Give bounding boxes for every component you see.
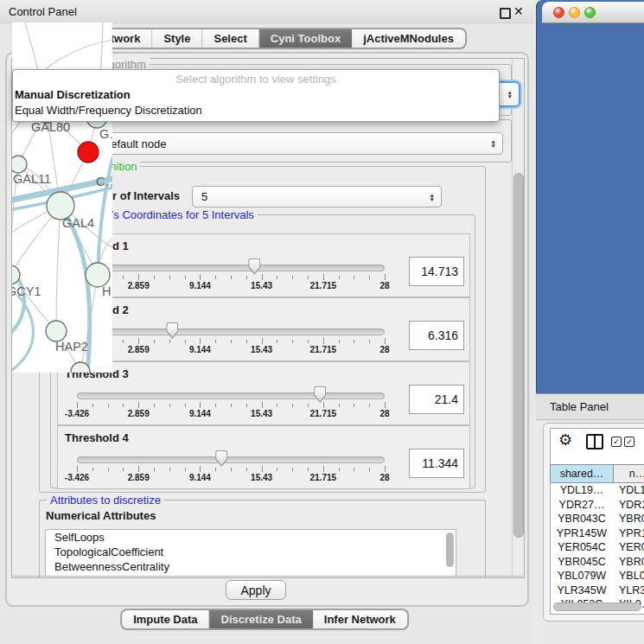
network-node[interactable] bbox=[12, 156, 27, 173]
tick-label: 15.43 bbox=[251, 473, 272, 482]
tab-label: jActiveMNodules bbox=[363, 32, 454, 45]
cell-shared-name: YLR345W bbox=[550, 583, 614, 598]
close-icon[interactable]: ✕ bbox=[513, 4, 524, 18]
table-rows: YDL19…YDL1…YDR27…YDR2…YBR043CYBR0…YPR145… bbox=[550, 483, 644, 612]
threshold-slider[interactable]: -3.4262.8599.14415.4321.71528 bbox=[77, 449, 385, 487]
tick-label: 9.144 bbox=[189, 281, 211, 290]
threshold-value-field[interactable]: 21.4 bbox=[409, 385, 464, 414]
network-node-label: GAL80 bbox=[31, 120, 70, 134]
panel-scrollbar-thumb[interactable] bbox=[513, 173, 524, 538]
table-row[interactable]: YBL079WYBL0… bbox=[550, 569, 644, 583]
tab-discretize-data[interactable]: Discretize Data bbox=[210, 610, 313, 628]
cell-shared-name: YDR27… bbox=[550, 498, 614, 513]
network-node-label: G… bbox=[99, 127, 112, 141]
network-window bbox=[536, 0, 644, 393]
tick-label: -3.426 bbox=[65, 409, 89, 418]
cell-shared-name: YBR043C bbox=[550, 512, 614, 526]
checkbox-icon[interactable]: ✓ bbox=[611, 437, 622, 447]
slider-ticks bbox=[77, 338, 385, 344]
tab-cyni-toolbox[interactable]: Cyni Toolbox bbox=[259, 29, 352, 48]
slider-track[interactable] bbox=[77, 328, 385, 335]
threshold-block: Threshold 2 -3.4262.8599.14415.4321.7152… bbox=[57, 297, 470, 361]
threshold-block: Threshold 4 -3.4262.8599.14415.4321.7152… bbox=[57, 425, 470, 489]
table-row[interactable]: YBR045CYBR0… bbox=[550, 555, 644, 570]
column-header-name[interactable]: n… bbox=[614, 464, 644, 483]
attribute-item[interactable]: BetweennessCentrality bbox=[46, 559, 456, 574]
threshold-slider[interactable]: -3.4262.8599.14415.4321.71528 bbox=[77, 257, 385, 295]
network-node[interactable] bbox=[86, 263, 110, 287]
network-node[interactable] bbox=[46, 321, 67, 341]
separator bbox=[11, 576, 523, 577]
tick-label: 15.43 bbox=[251, 345, 272, 354]
checkbox-icon[interactable]: ✓ bbox=[624, 437, 634, 447]
tab-jactivemnodules[interactable]: jActiveMNodules bbox=[352, 29, 465, 48]
number-of-intervals-select[interactable]: 5 ▲▼ bbox=[192, 186, 442, 207]
tick-label: 21.715 bbox=[310, 473, 337, 482]
algorithm-dropdown-popup: Select algorithm to view settings Manual… bbox=[12, 69, 500, 122]
slider-thumb[interactable] bbox=[166, 322, 178, 339]
group-title: Attributes to discretize bbox=[47, 494, 164, 507]
algorithm-option[interactable]: Manual Discretization bbox=[13, 87, 499, 103]
threshold-value-field[interactable]: 11.344 bbox=[409, 449, 464, 478]
tab-select[interactable]: Select bbox=[202, 29, 258, 48]
group-thresholds: Threshold's Coordinates for 5 Intervals … bbox=[50, 214, 475, 488]
slider-thumb[interactable] bbox=[248, 258, 260, 275]
table-row[interactable]: YBR043CYBR0… bbox=[550, 512, 644, 526]
tick-label: 21.715 bbox=[310, 281, 337, 290]
network-window-titlebar[interactable] bbox=[542, 2, 644, 23]
tick-label: 28 bbox=[379, 345, 389, 354]
table-horizontal-scrollbar[interactable] bbox=[553, 603, 641, 611]
attribute-item[interactable]: SelfLoops bbox=[46, 530, 456, 545]
threshold-block: Threshold 3 -3.4262.8599.14415.4321.7152… bbox=[57, 361, 470, 425]
network-node-label: C… bbox=[96, 175, 112, 188]
close-traffic-light-icon[interactable] bbox=[553, 7, 564, 18]
panel-scrollbar-track[interactable] bbox=[512, 59, 524, 576]
threshold-value-field[interactable]: 14.713 bbox=[409, 257, 464, 286]
tick-label: -3.426 bbox=[65, 473, 89, 482]
float-icon[interactable] bbox=[500, 8, 511, 19]
tick-label: 28 bbox=[379, 281, 389, 290]
apply-button[interactable]: Apply bbox=[226, 580, 286, 600]
algorithm-hint: Select algorithm to view settings bbox=[13, 70, 499, 87]
tick-label: 21.715 bbox=[310, 409, 337, 418]
slider-thumb[interactable] bbox=[215, 450, 227, 467]
table-panel-header: Table Panel bbox=[536, 393, 644, 420]
slider-track[interactable] bbox=[77, 392, 385, 399]
slider-thumb[interactable] bbox=[314, 386, 326, 403]
network-node-label: GCY1 bbox=[12, 284, 41, 298]
minimize-traffic-light-icon[interactable] bbox=[569, 7, 580, 18]
tab-label: Select bbox=[214, 32, 246, 45]
table-row[interactable]: YDL19…YDL1… bbox=[550, 483, 644, 498]
table-row[interactable]: YLR345WYLR3… bbox=[550, 583, 644, 598]
table-row[interactable]: YER054CYER0… bbox=[550, 540, 644, 555]
algorithm-option[interactable]: Equal Width/Frequency Discretization bbox=[13, 103, 499, 118]
column-header-shared-name[interactable]: shared… bbox=[550, 464, 614, 483]
list-scrollbar[interactable] bbox=[446, 532, 454, 567]
table-row[interactable]: YPR145WYPR1… bbox=[550, 526, 644, 541]
split-panel-icon[interactable] bbox=[586, 434, 603, 450]
threshold-block: Threshold 1 -3.4262.8599.14415.4321.7152… bbox=[57, 233, 470, 297]
gear-icon[interactable]: ⚙ bbox=[558, 430, 572, 450]
tab-label: Discretize Data bbox=[221, 613, 302, 626]
tab-style[interactable]: Style bbox=[152, 29, 202, 48]
threshold-slider[interactable]: -3.4262.8599.14415.4321.71528 bbox=[77, 385, 385, 423]
network-node[interactable] bbox=[78, 142, 99, 163]
combo-arrows-icon: ▲▼ bbox=[430, 193, 435, 201]
slider-track[interactable] bbox=[77, 265, 385, 271]
attribute-item[interactable]: TopologicalCoefficient bbox=[46, 545, 456, 559]
table-column-headers: shared… n… bbox=[550, 464, 644, 483]
tab-infer-network[interactable]: Infer Network bbox=[313, 610, 407, 628]
tab-impute-data[interactable]: Impute Data bbox=[122, 610, 209, 628]
slider-ticks bbox=[77, 402, 385, 408]
cell-name: YBL0… bbox=[614, 569, 644, 583]
tick-label: 9.144 bbox=[189, 409, 211, 418]
slider-track[interactable] bbox=[77, 456, 385, 463]
zoom-traffic-light-icon[interactable] bbox=[584, 7, 596, 18]
threshold-value-field[interactable]: 6.316 bbox=[409, 321, 464, 350]
tab-label: Infer Network bbox=[324, 613, 396, 626]
slider-ticks bbox=[77, 274, 385, 280]
table-row[interactable]: YDR27…YDR2… bbox=[550, 498, 644, 513]
numerical-attributes-list[interactable]: SelfLoopsTopologicalCoefficientBetweenne… bbox=[45, 529, 456, 577]
control-panel-titlebar: Control Panel ✕ bbox=[0, 0, 534, 23]
threshold-slider[interactable]: -3.4262.8599.14415.4321.71528 bbox=[77, 321, 385, 359]
